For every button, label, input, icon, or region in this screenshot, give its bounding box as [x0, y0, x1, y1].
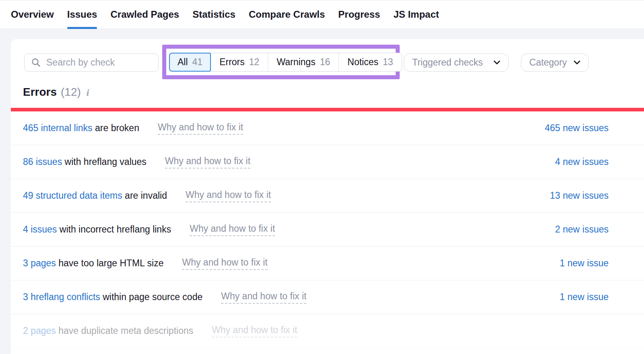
chevron-down-icon: [493, 60, 500, 65]
issue-row: 3 hreflang conflicts within page source …: [11, 280, 644, 314]
severity-filter-group: All 41 Errors 12 Warnings 16 Notices 13: [169, 53, 402, 72]
chevron-down-icon: [574, 60, 580, 65]
issues-panel: All 41 Errors 12 Warnings 16 Notices 13 …: [11, 39, 644, 354]
issue-description: are invalid: [122, 190, 167, 201]
new-issues-link[interactable]: 2 new issues: [555, 224, 609, 235]
why-how-to-fix-link[interactable]: Why and how to fix it: [158, 122, 243, 135]
new-issues-link[interactable]: 1 new issue: [560, 292, 609, 303]
issue-description: with hreflang values: [62, 156, 147, 167]
filter-notices-count: 13: [383, 57, 393, 68]
search-icon: [31, 58, 41, 67]
why-how-to-fix-link[interactable]: Why and how to fix it: [165, 156, 250, 169]
filter-errors-count: 12: [249, 57, 260, 68]
info-icon[interactable]: i: [85, 87, 89, 98]
tab-issues[interactable]: Issues: [67, 0, 97, 29]
issue-link[interactable]: 49 structured data items: [23, 190, 122, 201]
issue-link[interactable]: 3 hreflang conflicts: [23, 292, 100, 302]
issue-description: have duplicate meta descriptions: [56, 325, 193, 336]
tab-progress[interactable]: Progress: [338, 0, 380, 29]
error-severity-bar: [11, 108, 644, 111]
issue-row: 2 pages have duplicate meta descriptions…: [11, 314, 644, 348]
search-input[interactable]: [24, 54, 159, 72]
filter-notices-label: Notices: [347, 57, 378, 68]
filter-errors[interactable]: Errors 12: [211, 53, 268, 71]
issue-description: with incorrect hreflang links: [57, 224, 171, 235]
filter-errors-label: Errors: [219, 57, 245, 68]
filter-warnings-label: Warnings: [277, 57, 315, 68]
new-issues-link[interactable]: 4 new issues: [555, 156, 609, 167]
section-title: Errors: [23, 86, 57, 99]
new-issues-link[interactable]: 13 new issues: [550, 190, 609, 201]
issue-link[interactable]: 2 pages: [23, 325, 56, 336]
issue-link[interactable]: 86 issues: [23, 156, 62, 167]
issue-row: 49 structured data items are invalid Why…: [11, 179, 644, 213]
new-issues-link[interactable]: 465 new issues: [545, 123, 609, 134]
search-field-wrapper: [24, 54, 159, 72]
filter-all-count: 41: [192, 57, 203, 68]
errors-section-header: Errors (12) i: [23, 86, 89, 99]
filter-annotation-highlight: All 41 Errors 12 Warnings 16 Notices 13: [162, 45, 400, 79]
why-how-to-fix-link[interactable]: Why and how to fix it: [212, 325, 297, 338]
why-how-to-fix-link[interactable]: Why and how to fix it: [190, 223, 275, 236]
category-dropdown[interactable]: Category: [521, 54, 589, 72]
tab-js-impact[interactable]: JS Impact: [393, 0, 439, 29]
why-how-to-fix-link[interactable]: Why and how to fix it: [182, 257, 267, 270]
triggered-checks-dropdown[interactable]: Triggered checks: [404, 54, 509, 72]
issue-row: 3 pages have too large HTML size Why and…: [11, 247, 644, 280]
filter-warnings-count: 16: [320, 57, 330, 68]
issues-list: 465 internal links are broken Why and ho…: [11, 111, 644, 348]
filter-all[interactable]: All 41: [169, 53, 211, 72]
issue-description: are broken: [93, 123, 139, 133]
filter-all-label: All: [178, 57, 188, 68]
tab-compare-crawls[interactable]: Compare Crawls: [249, 0, 325, 29]
issue-description: within page source code: [100, 292, 202, 302]
tab-statistics[interactable]: Statistics: [192, 0, 235, 29]
issue-link[interactable]: 4 issues: [23, 224, 57, 235]
why-how-to-fix-link[interactable]: Why and how to fix it: [186, 189, 271, 202]
tab-overview[interactable]: Overview: [11, 0, 54, 29]
filter-notices[interactable]: Notices 13: [339, 53, 401, 71]
triggered-checks-label: Triggered checks: [412, 57, 483, 68]
top-navigation: Overview Issues Crawled Pages Statistics…: [0, 0, 644, 29]
section-count: (12): [61, 86, 81, 99]
category-label: Category: [529, 57, 567, 68]
new-issues-link[interactable]: 1 new issue: [560, 258, 609, 269]
tab-crawled-pages[interactable]: Crawled Pages: [110, 0, 179, 29]
issue-row: 4 issues with incorrect hreflang links W…: [11, 213, 644, 247]
issue-link[interactable]: 3 pages: [23, 258, 56, 268]
issue-row: 465 internal links are broken Why and ho…: [11, 111, 644, 145]
filter-warnings[interactable]: Warnings 16: [268, 53, 339, 71]
issue-link[interactable]: 465 internal links: [23, 123, 93, 133]
why-how-to-fix-link[interactable]: Why and how to fix it: [221, 291, 306, 304]
issue-row: 86 issues with hreflang values Why and h…: [11, 145, 644, 179]
issue-description: have too large HTML size: [56, 258, 164, 268]
